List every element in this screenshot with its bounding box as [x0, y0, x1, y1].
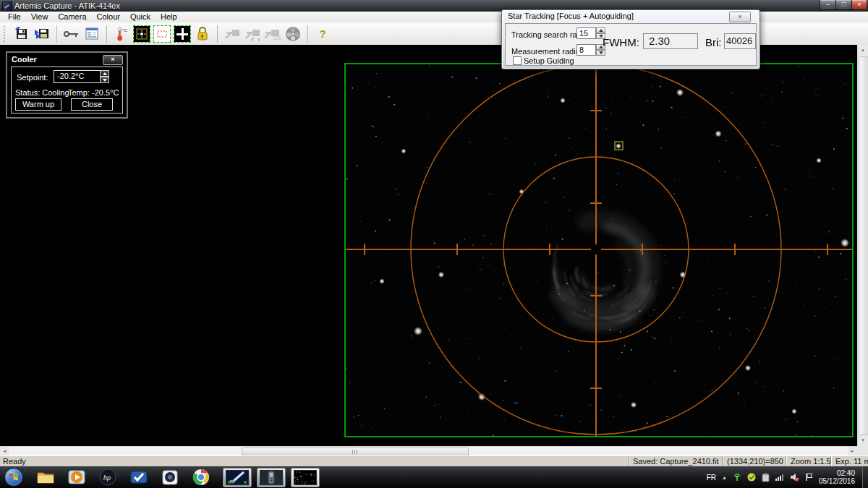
cooler-close-dialog-button[interactable]: Close	[71, 98, 113, 111]
lock-exposure-button[interactable]: t	[193, 25, 212, 43]
tray-volume-muted-icon[interactable]	[790, 473, 799, 481]
guide-exposure-button[interactable]: 123..	[263, 25, 282, 43]
cooler-dialog: Cooler × Setpoint: -20.2°C Status: Cooli…	[6, 51, 128, 119]
system-tray: FR ▲ 02:40 05/12/2016	[701, 466, 868, 488]
taskbar-mediaplayer-icon[interactable]	[67, 468, 85, 487]
filter-wheel-icon	[285, 26, 301, 42]
toolbar-separator	[217, 25, 218, 43]
vertical-scroll-thumb[interactable]	[859, 56, 868, 435]
media-player-icon	[68, 468, 85, 486]
filter-wheel-button[interactable]	[284, 25, 302, 43]
toolbar-grip[interactable]	[4, 26, 8, 42]
menu-camera[interactable]: Camera	[53, 12, 91, 22]
status-zoom: Zoom 1:1.5	[786, 456, 830, 467]
floppy-save-icon	[14, 27, 29, 41]
save-all-button[interactable]	[33, 25, 51, 43]
tray-hidden-icons-arrow-icon[interactable]: ▲	[722, 475, 727, 480]
help-button[interactable]: ?	[313, 25, 332, 43]
clock-date: 05/12/2016	[819, 477, 855, 485]
guide-connect-button[interactable]	[223, 25, 242, 43]
search-radius-input[interactable]: 15	[576, 27, 596, 39]
status-cursor-value: (1334,210)=850	[722, 456, 786, 467]
tray-action-center-flag-icon[interactable]	[805, 473, 813, 481]
tray-signal-icon[interactable]	[775, 474, 784, 481]
windows-logo-icon	[9, 473, 18, 481]
status-bar: Ready Saved: Capture_2410.fit (1334,210)…	[0, 455, 868, 467]
subframe-button[interactable]	[153, 25, 171, 43]
artemis-capture-window: Artemis Capture - ATIK-414ex – □ × File …	[0, 0, 868, 488]
handbox-window-thumbnail	[260, 470, 283, 485]
star-tracking-dialog: Star Tracking [Focus + Autoguiding] × Tr…	[501, 9, 760, 69]
setup-guiding-label: Setup Guiding	[524, 56, 574, 65]
taskbar-capture-app-icon[interactable]	[161, 468, 179, 487]
setpoint-input[interactable]: -20.2°C	[54, 70, 101, 83]
status-exposure: Exp. 11 min 18	[830, 456, 868, 467]
taskbar-window-handcontroller[interactable]	[257, 468, 286, 487]
pan-tool-button[interactable]	[62, 25, 81, 43]
fwhm-label: FWHM:	[603, 36, 639, 48]
menu-quick[interactable]: Quick	[125, 12, 156, 22]
subframe-icon	[154, 26, 170, 42]
clock-time: 02:40	[819, 469, 855, 477]
svg-text:t: t	[201, 33, 203, 40]
horizontal-scrollbar[interactable]: ◄ ►	[0, 446, 857, 455]
folder-icon	[37, 470, 54, 484]
bri-label: Bri:	[705, 36, 722, 48]
scroll-down-icon[interactable]: ▼	[858, 435, 868, 446]
window-title: Artemis Capture - ATIK-414ex	[14, 1, 120, 11]
tray-clipboard-icon[interactable]	[762, 473, 770, 482]
cooler-close-button[interactable]: ×	[103, 55, 123, 65]
spin-up-icon[interactable]	[596, 27, 605, 33]
menu-file[interactable]: File	[3, 12, 26, 22]
measurement-radius-label: Measurement radius	[511, 47, 584, 56]
menu-view[interactable]: View	[26, 12, 54, 22]
track-target-icon	[134, 26, 150, 42]
taskbar-explorer-icon[interactable]	[36, 468, 54, 487]
menu-help[interactable]: Help	[156, 12, 182, 22]
spin-down-icon[interactable]	[596, 50, 605, 56]
scroll-right-icon[interactable]: ►	[848, 447, 857, 455]
key-icon	[64, 27, 80, 41]
menu-colour[interactable]: Colour	[92, 12, 125, 22]
setup-guiding-checkbox[interactable]	[513, 56, 522, 65]
starfield-window-thumbnail	[294, 470, 317, 485]
guide-calibrate-button[interactable]	[243, 25, 262, 43]
scroll-up-icon[interactable]: ▲	[858, 45, 868, 56]
vertical-scrollbar[interactable]: ▲ ▼	[857, 45, 868, 446]
tray-update-icon[interactable]	[747, 473, 756, 481]
close-button[interactable]: ×	[851, 0, 867, 10]
captured-image[interactable]	[344, 63, 854, 437]
measurement-radius-input[interactable]: 8	[576, 44, 596, 56]
tray-language[interactable]: FR	[707, 474, 716, 481]
maximize-button[interactable]: □	[835, 0, 852, 10]
help-icon: ?	[319, 27, 326, 40]
chrome-icon	[192, 468, 210, 486]
save-image-button[interactable]	[12, 25, 31, 43]
setpoint-label: Setpoint:	[17, 73, 48, 82]
tracking-close-button[interactable]: ×	[729, 12, 751, 22]
crosshair-button[interactable]	[173, 25, 192, 43]
hp-icon: hp	[99, 468, 116, 486]
scroll-left-icon[interactable]: ◄	[0, 447, 9, 455]
taskbar-window-capture[interactable]	[291, 468, 320, 487]
cooler-button[interactable]: °C	[112, 25, 131, 43]
cooler-temp-label: Temp: -20.5°C	[68, 88, 119, 97]
tray-network-antenna-icon[interactable]	[733, 473, 741, 481]
taskbar-sync-icon[interactable]	[129, 468, 148, 487]
setpoint-spinner[interactable]	[100, 70, 109, 83]
warm-up-button[interactable]: Warm up	[15, 98, 61, 111]
taskbar-window-artemis[interactable]	[223, 468, 252, 487]
tray-clock[interactable]: 02:40 05/12/2016	[819, 469, 855, 485]
taskbar-chrome-icon[interactable]	[192, 468, 210, 487]
mount-123-icon: 123..	[263, 27, 282, 41]
minimize-button[interactable]: –	[820, 0, 836, 10]
spin-up-icon[interactable]	[100, 70, 109, 77]
taskbar-hp-icon[interactable]: hp	[98, 468, 116, 487]
scroll-grip-icon	[352, 450, 357, 454]
spin-down-icon[interactable]	[100, 77, 109, 83]
show-desktop-button[interactable]	[862, 466, 868, 488]
star-tracking-button[interactable]	[132, 25, 151, 43]
start-button[interactable]	[4, 468, 23, 487]
thermometer-icon: °C	[115, 26, 128, 42]
settings-dialog-button[interactable]	[82, 25, 101, 43]
